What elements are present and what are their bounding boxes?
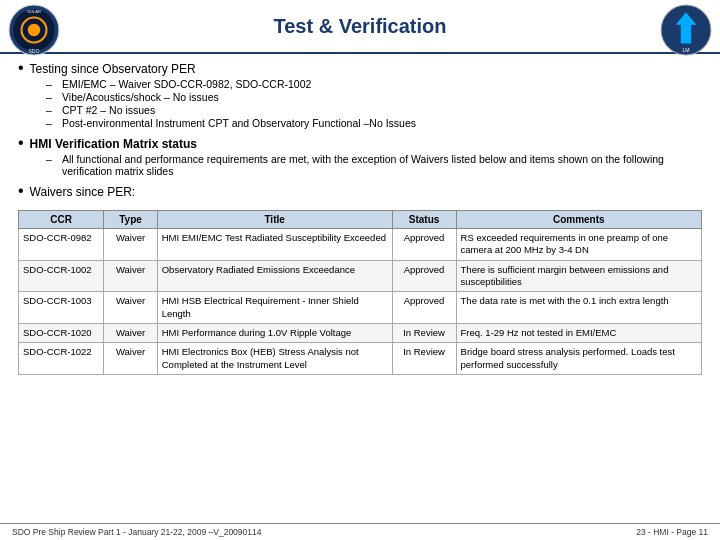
cell-title-0: HMI EMI/EMC Test Radiated Susceptibility… xyxy=(157,229,392,261)
lmsc-logo: LM xyxy=(660,4,712,56)
col-header-ccr: CCR xyxy=(19,211,104,229)
footer-right: 23 - HMI - Page 11 xyxy=(636,527,708,537)
cell-ccr-3: SDO-CCR-1020 xyxy=(19,324,104,343)
svg-text:SOLAR: SOLAR xyxy=(27,9,41,14)
bullet-section-2: • HMI Verification Matrix status – All f… xyxy=(18,135,702,178)
cell-status-2: Approved xyxy=(392,292,456,324)
sub-bullet-1-2: – Vibe/Acoustics/shock – No issues xyxy=(46,91,702,103)
col-header-status: Status xyxy=(392,211,456,229)
table-row: SDO-CCR-0982 Waiver HMI EMI/EMC Test Rad… xyxy=(19,229,702,261)
footer-left: SDO Pre Ship Review Part 1 - January 21-… xyxy=(12,527,261,537)
cell-ccr-0: SDO-CCR-0982 xyxy=(19,229,104,261)
bullet-dot-1: • xyxy=(18,60,24,76)
cell-type-4: Waiver xyxy=(104,343,157,375)
cell-type-3: Waiver xyxy=(104,324,157,343)
bullet-main-3: • Waivers since PER: xyxy=(18,183,702,199)
cell-title-4: HMI Electronics Box (HEB) Stress Analysi… xyxy=(157,343,392,375)
col-header-title: Title xyxy=(157,211,392,229)
sub-bullet-1-1: – EMI/EMC – Waiver SDO-CCR-0982, SDO-CCR… xyxy=(46,78,702,90)
cell-type-1: Waiver xyxy=(104,260,157,292)
col-header-type: Type xyxy=(104,211,157,229)
bullet-label-2: HMI Verification Matrix status xyxy=(30,137,197,151)
cell-comments-4: Bridge board stress analysis performed. … xyxy=(456,343,701,375)
svg-text:SDO: SDO xyxy=(28,48,39,54)
sub-bullets-1: – EMI/EMC – Waiver SDO-CCR-0982, SDO-CCR… xyxy=(46,78,702,129)
sub-bullets-2: – All functional and performance require… xyxy=(46,153,702,177)
bullet-dot-3: • xyxy=(18,183,24,199)
waiver-table-section: CCR Type Title Status Comments SDO-CCR-0… xyxy=(18,210,702,519)
footer: SDO Pre Ship Review Part 1 - January 21-… xyxy=(0,523,720,540)
bullet-main-2: • HMI Verification Matrix status xyxy=(18,135,702,151)
main-content: • Testing since Observatory PER – EMI/EM… xyxy=(0,54,720,523)
cell-type-0: Waiver xyxy=(104,229,157,261)
svg-point-3 xyxy=(28,24,40,36)
cell-type-2: Waiver xyxy=(104,292,157,324)
header: SDO SOLAR Test & Verification LM xyxy=(0,0,720,54)
cell-ccr-1: SDO-CCR-1002 xyxy=(19,260,104,292)
bullet-dot-2: • xyxy=(18,135,24,151)
table-row: SDO-CCR-1003 Waiver HMI HSB Electrical R… xyxy=(19,292,702,324)
page-title: Test & Verification xyxy=(273,15,446,38)
cell-comments-2: The data rate is met with the 0.1 inch e… xyxy=(456,292,701,324)
table-header-row: CCR Type Title Status Comments xyxy=(19,211,702,229)
svg-text:LM: LM xyxy=(682,47,689,53)
cell-title-3: HMI Performance during 1.0V Ripple Volta… xyxy=(157,324,392,343)
bullet-section-1: • Testing since Observatory PER – EMI/EM… xyxy=(18,60,702,130)
bullet-label-1: Testing since Observatory PER xyxy=(30,62,196,76)
page: SDO SOLAR Test & Verification LM • Testi… xyxy=(0,0,720,540)
cell-status-1: Approved xyxy=(392,260,456,292)
cell-title-1: Observatory Radiated Emissions Exceedanc… xyxy=(157,260,392,292)
cell-comments-1: There is sufficient margin between emiss… xyxy=(456,260,701,292)
table-row: SDO-CCR-1002 Waiver Observatory Radiated… xyxy=(19,260,702,292)
sdo-logo: SDO SOLAR xyxy=(8,4,60,56)
table-row: SDO-CCR-1022 Waiver HMI Electronics Box … xyxy=(19,343,702,375)
cell-status-4: In Review xyxy=(392,343,456,375)
bullet-section-3: • Waivers since PER: xyxy=(18,183,702,201)
cell-comments-0: RS exceeded requirements in one preamp o… xyxy=(456,229,701,261)
cell-status-0: Approved xyxy=(392,229,456,261)
waiver-table: CCR Type Title Status Comments SDO-CCR-0… xyxy=(18,210,702,375)
cell-ccr-2: SDO-CCR-1003 xyxy=(19,292,104,324)
sub-bullet-1-4: – Post-environmental Instrument CPT and … xyxy=(46,117,702,129)
table-row: SDO-CCR-1020 Waiver HMI Performance duri… xyxy=(19,324,702,343)
sub-bullet-1-3: – CPT #2 – No issues xyxy=(46,104,702,116)
cell-comments-3: Freq. 1-29 Hz not tested in EMI/EMC xyxy=(456,324,701,343)
bullet-main-1: • Testing since Observatory PER xyxy=(18,60,702,76)
col-header-comments: Comments xyxy=(456,211,701,229)
cell-ccr-4: SDO-CCR-1022 xyxy=(19,343,104,375)
cell-title-2: HMI HSB Electrical Requirement - Inner S… xyxy=(157,292,392,324)
cell-status-3: In Review xyxy=(392,324,456,343)
sub-bullet-2-1: – All functional and performance require… xyxy=(46,153,702,177)
bullet-label-3: Waivers since PER: xyxy=(30,185,136,199)
